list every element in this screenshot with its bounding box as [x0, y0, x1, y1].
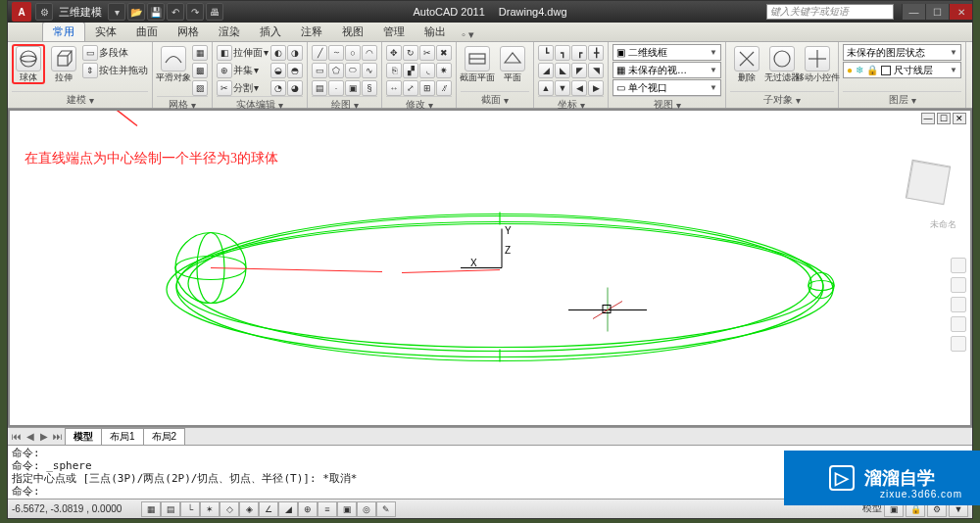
array-icon[interactable]: ⊞ [419, 80, 435, 96]
saved-view-dropdown[interactable]: ▦未保存的视…▼ [612, 62, 721, 78]
trim-icon[interactable]: ✂ [419, 45, 435, 61]
otrack-toggle[interactable]: ∠ [259, 501, 278, 517]
movegizmo-button[interactable]: 移动小控件 [801, 44, 834, 84]
tab-home[interactable]: 常用 [42, 22, 85, 41]
smooth-button[interactable]: 平滑对象 [157, 44, 190, 84]
snap-toggle[interactable]: ▦ [141, 501, 161, 517]
nav-showmotion-icon[interactable] [951, 336, 966, 352]
layerstate-dropdown[interactable]: 未保存的图层状态▼ [843, 44, 961, 61]
layout-last-icon[interactable]: ⏭ [51, 431, 65, 442]
se-tool2-icon[interactable]: ◑ [287, 45, 303, 61]
help-search-input[interactable]: 键入关键字或短语 [766, 4, 894, 20]
stretch-icon[interactable]: ↔ [386, 80, 402, 96]
tab-annotate[interactable]: 注释 [291, 23, 332, 41]
ellipse-icon[interactable]: ⬭ [345, 63, 361, 78]
grid-toggle[interactable]: ▤ [161, 501, 180, 517]
mesh-tool3-icon[interactable]: ▨ [192, 80, 208, 96]
minimize-button[interactable]: — [902, 4, 925, 20]
polar-toggle[interactable]: ✶ [200, 501, 220, 517]
line-icon[interactable]: ╱ [312, 45, 327, 61]
ucs7-icon[interactable]: ◤ [571, 63, 587, 78]
qat-undo-icon[interactable]: ↶ [167, 3, 184, 21]
sectionplane-button[interactable]: 截面平面 [461, 44, 494, 84]
se-tool4-icon[interactable]: ◓ [287, 63, 303, 78]
osnap-toggle[interactable]: ◇ [220, 501, 239, 517]
close-button[interactable]: ✕ [949, 4, 972, 20]
tab-insert[interactable]: 插入 [250, 23, 291, 41]
scale-icon[interactable]: ⤢ [403, 80, 418, 96]
tab-view[interactable]: 视图 [332, 23, 373, 41]
ucs9-icon[interactable]: ▲ [538, 80, 554, 96]
offset-icon[interactable]: ⫽ [436, 80, 452, 96]
move-icon[interactable]: ✥ [386, 45, 402, 61]
tab-surface[interactable]: 曲面 [126, 23, 168, 41]
nofilter-button[interactable]: 无过滤器 [765, 44, 799, 84]
mirror-icon[interactable]: ▞ [403, 63, 418, 78]
nav-pan-icon[interactable] [951, 258, 966, 273]
drawing-canvas[interactable]: — ☐ ✕ [8, 109, 972, 427]
layout-tab-layout1[interactable]: 布局1 [101, 428, 144, 446]
se-tool6-icon[interactable]: ◕ [287, 80, 303, 96]
ucs5-icon[interactable]: ◢ [538, 63, 554, 78]
ducs-toggle[interactable]: ◢ [278, 501, 298, 517]
delete-button[interactable]: 删除 [730, 44, 763, 84]
tab-output[interactable]: 输出 [415, 23, 456, 41]
flatten-button[interactable]: 平面 [496, 44, 529, 84]
lw-toggle[interactable]: ≡ [318, 501, 337, 517]
maximize-button[interactable]: ☐ [925, 4, 949, 20]
viewport-dropdown[interactable]: ▭单个视口▼ [612, 79, 721, 96]
arc-icon[interactable]: ◠ [362, 45, 377, 61]
am-toggle[interactable]: ✎ [376, 501, 396, 517]
workspace-switcher[interactable]: ⚙ [35, 3, 53, 21]
tab-render[interactable]: 渲染 [209, 23, 250, 41]
app-menu-button[interactable]: A [12, 2, 31, 22]
pline-icon[interactable]: ～ [328, 45, 344, 61]
layout-tab-layout2[interactable]: 布局2 [143, 428, 186, 446]
ucs3-icon[interactable]: ┏ [571, 45, 587, 61]
se-tool3-icon[interactable]: ◒ [270, 63, 286, 78]
ribbon-expand-icon[interactable]: ◦ ▾ [462, 28, 474, 41]
ucs2-icon[interactable]: ┓ [555, 45, 570, 61]
layout-next-icon[interactable]: ▶ [37, 431, 51, 442]
rect-icon[interactable]: ▭ [312, 63, 327, 78]
qat-new-icon[interactable]: ▾ [108, 3, 125, 21]
polygon-icon[interactable]: ⬠ [328, 63, 344, 78]
navwheel-caption[interactable]: 未命名 [930, 218, 956, 231]
se-extrudeface-button[interactable]: ◧拉伸面 ▾ [217, 44, 269, 61]
qat-save-icon[interactable]: 💾 [147, 3, 165, 21]
extrude-button[interactable]: 拉伸 [47, 44, 80, 84]
nav-steer-icon[interactable] [951, 316, 966, 332]
qp-toggle[interactable]: ▣ [337, 501, 357, 517]
point-icon[interactable]: · [328, 80, 344, 96]
sphere-button[interactable]: 球体 [12, 44, 45, 84]
visualstyle-dropdown[interactable]: ▣二维线框▼ [612, 44, 721, 61]
layout-first-icon[interactable]: ⏮ [10, 431, 24, 442]
dyn-toggle[interactable]: ⊕ [298, 501, 318, 517]
ucs11-icon[interactable]: ◀ [571, 80, 587, 96]
tab-manage[interactable]: 管理 [373, 23, 415, 41]
spline-icon[interactable]: ∿ [362, 63, 377, 78]
mesh-tool2-icon[interactable]: ▩ [192, 63, 208, 78]
ortho-toggle[interactable]: └ [180, 501, 200, 517]
nav-orbit-icon[interactable] [951, 297, 966, 312]
explode-icon[interactable]: ✷ [436, 63, 452, 78]
viewcube[interactable] [906, 160, 951, 205]
tab-mesh[interactable]: 网格 [168, 23, 209, 41]
ucs12-icon[interactable]: ▶ [588, 80, 604, 96]
ucs4-icon[interactable]: ╋ [588, 45, 604, 61]
fillet-icon[interactable]: ◟ [419, 63, 435, 78]
sc-toggle[interactable]: ◎ [357, 501, 376, 517]
helix-icon[interactable]: § [362, 80, 377, 96]
se-tool5-icon[interactable]: ◔ [270, 80, 286, 96]
qat-redo-icon[interactable]: ↷ [186, 3, 204, 21]
ucs10-icon[interactable]: ▼ [555, 80, 570, 96]
3dosnap-toggle[interactable]: ◈ [239, 501, 259, 517]
copy-icon[interactable]: ⎘ [386, 63, 402, 78]
layer-dropdown[interactable]: ●❄🔒尺寸线层▼ [843, 62, 961, 78]
ucs6-icon[interactable]: ◣ [555, 63, 570, 78]
rotate-icon[interactable]: ↻ [403, 45, 418, 61]
circle-icon[interactable]: ○ [345, 45, 361, 61]
layout-tab-model[interactable]: 模型 [65, 428, 102, 446]
presspull-button[interactable]: ⇕按住并拖动 [82, 62, 148, 78]
ucs-icon[interactable]: ┗ [538, 45, 554, 61]
